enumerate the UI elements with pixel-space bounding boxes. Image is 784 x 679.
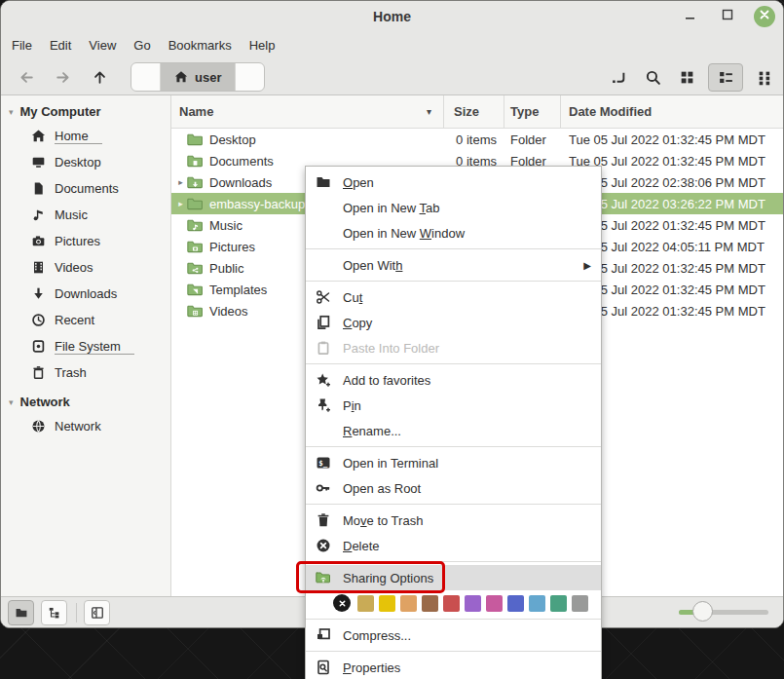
folder-icon	[187, 174, 204, 191]
sidebar-item-music[interactable]: Music	[1, 202, 170, 228]
sidebar-item-videos[interactable]: Videos	[1, 254, 170, 281]
column-header-label: Name	[179, 104, 213, 119]
sidebar-item-recent[interactable]: Recent	[1, 307, 170, 333]
sidebar-item-downloads[interactable]: Downloads	[1, 281, 170, 307]
close-button[interactable]	[754, 6, 775, 27]
clear-color-button[interactable]	[333, 594, 351, 612]
menu-item-label: Paste Into Folder	[343, 341, 439, 356]
menu-item-move-to-trash[interactable]: Move to Trash	[306, 508, 601, 533]
icon-view-button[interactable]	[674, 64, 699, 90]
toggle-location-entry-button[interactable]	[606, 64, 631, 90]
menubar-item-help[interactable]: Help	[241, 32, 284, 59]
menu-item-open[interactable]: Open	[306, 170, 601, 195]
compact-view-button[interactable]	[752, 64, 777, 90]
menubar-item-go[interactable]: Go	[125, 32, 159, 59]
menu-separator	[306, 651, 601, 652]
folder-icon	[187, 132, 204, 148]
paste-icon	[315, 339, 332, 357]
sidebar-item-file-system[interactable]: File System	[1, 333, 170, 359]
toggle-location-entry-icon	[611, 69, 627, 86]
collapse-triangle-icon: ▾	[9, 107, 14, 117]
sharing-folder-icon	[315, 569, 332, 586]
up-button[interactable]	[90, 67, 109, 87]
file-name: Pictures	[209, 240, 255, 254]
menu-item-delete[interactable]: Delete	[306, 533, 601, 558]
menu-item-open-in-terminal[interactable]: $_Open in Terminal	[306, 450, 601, 475]
color-swatch-4[interactable]	[422, 595, 438, 612]
sidebar-item-pictures[interactable]: Pictures	[1, 228, 170, 254]
menu-item-sharing-options[interactable]: Sharing Options	[306, 565, 601, 590]
sidebar-section-label: Network	[20, 395, 70, 409]
menu-item-label: Compress...	[343, 628, 411, 643]
sidebar-section-my-computer[interactable]: ▾My Computer	[1, 95, 170, 123]
color-swatch-1[interactable]	[357, 595, 374, 612]
menu-item-add-to-favorites[interactable]: Add to favorites	[306, 367, 601, 393]
breadcrumb-prev-button[interactable]	[131, 63, 161, 91]
menu-item-properties[interactable]: Properties	[306, 655, 601, 679]
treeview-toggle-button[interactable]	[41, 600, 67, 625]
menu-item-open-in-new-tab[interactable]: Open in New Tab	[306, 195, 601, 220]
minimize-button[interactable]	[680, 6, 701, 27]
zoom-slider-handle[interactable]	[692, 601, 713, 622]
file-size-cell: 0 items	[444, 132, 504, 147]
treeview-icon	[48, 606, 61, 620]
color-swatch-10[interactable]	[550, 595, 567, 612]
folder-icon	[187, 196, 204, 212]
sidebar-item-label: Pictures	[55, 234, 100, 248]
back-button[interactable]	[17, 67, 36, 87]
table-row-desktop[interactable]: Desktop0 itemsFolderTue 05 Jul 2022 01:3…	[171, 129, 783, 150]
toggle-sidebar-button[interactable]	[84, 600, 110, 625]
forward-button[interactable]	[53, 67, 72, 87]
sidebar-item-trash[interactable]: Trash	[1, 359, 170, 386]
menubar-item-view[interactable]: View	[80, 32, 125, 59]
color-swatch-11[interactable]	[572, 595, 588, 612]
column-header-size[interactable]: Size	[444, 95, 504, 128]
sidebar-item-label: Recent	[55, 313, 94, 327]
collapse-triangle-icon: ▾	[9, 397, 14, 407]
color-swatch-6[interactable]	[465, 595, 481, 612]
menu-item-copy[interactable]: Copy	[306, 310, 601, 335]
search-button[interactable]	[640, 64, 665, 90]
menubar-item-bookmarks[interactable]: Bookmarks	[160, 32, 241, 59]
maximize-button[interactable]	[717, 6, 738, 27]
menu-item-label: Add to favorites	[343, 373, 430, 388]
breadcrumb-label: user	[195, 70, 221, 85]
breadcrumb-next-button[interactable]	[235, 63, 264, 91]
expander-icon[interactable]: ▸	[174, 199, 187, 208]
sidebar-item-home[interactable]: Home	[1, 123, 170, 149]
expander-icon[interactable]: ▸	[174, 177, 187, 187]
breadcrumb: user	[131, 62, 265, 92]
sidebar-item-network[interactable]: Network	[1, 413, 170, 439]
column-header-date-modified[interactable]: Date Modified	[561, 95, 783, 128]
menu-item-open-with[interactable]: Open With▶	[306, 252, 601, 278]
sidebar-section-network[interactable]: ▾Network	[1, 386, 170, 413]
sidebar-item-documents[interactable]: Documents	[1, 175, 170, 202]
menu-item-open-in-new-window[interactable]: Open in New Window	[306, 220, 601, 245]
breadcrumb-current-segment[interactable]: user	[161, 63, 235, 91]
titlebar[interactable]: Home	[1, 1, 783, 32]
sidebar-item-label: Trash	[55, 365, 87, 380]
color-swatch-9[interactable]	[529, 595, 545, 612]
list-view-button[interactable]	[708, 63, 743, 92]
sidebar-item-desktop[interactable]: Desktop	[1, 149, 170, 175]
menu-item-compress[interactable]: Compress...	[306, 622, 601, 648]
menu-item-open-as-root[interactable]: Open as Root	[306, 475, 601, 501]
places-toggle-button[interactable]	[8, 600, 34, 625]
menu-item-cut[interactable]: Cut	[306, 284, 601, 310]
zoom-slider[interactable]	[679, 610, 768, 615]
color-swatch-3[interactable]	[400, 595, 417, 612]
menu-item-rename[interactable]: Rename...	[306, 418, 601, 443]
sidebar-item-label: Documents	[55, 181, 119, 196]
color-swatch-7[interactable]	[486, 595, 503, 612]
menubar: FileEditViewGoBookmarksHelp	[1, 32, 783, 59]
menu-item-pin[interactable]: Pin	[306, 393, 601, 418]
column-header-type[interactable]: Type	[504, 95, 561, 128]
color-swatch-2[interactable]	[379, 595, 395, 612]
color-swatch-8[interactable]	[507, 595, 524, 612]
sidebar-item-label: Home	[55, 129, 102, 144]
menubar-item-file[interactable]: File	[3, 32, 41, 59]
folder-icon	[187, 260, 204, 277]
column-header-name[interactable]: Name▾	[171, 95, 444, 128]
menubar-item-edit[interactable]: Edit	[41, 32, 80, 59]
color-swatch-5[interactable]	[443, 595, 460, 612]
